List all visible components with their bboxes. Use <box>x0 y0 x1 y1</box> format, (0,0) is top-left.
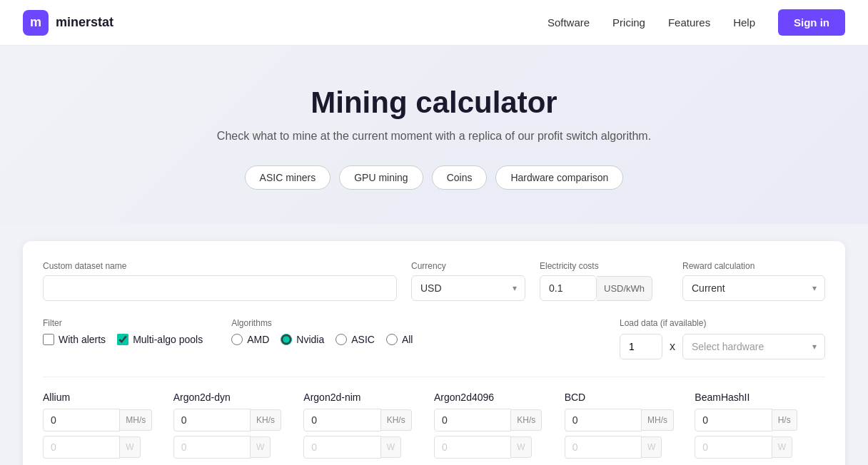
algo-hashrate-input-beamhashii[interactable] <box>695 409 772 431</box>
tab-hardware-comparison[interactable]: Hardware comparison <box>495 165 623 190</box>
reward-field: Reward calculation Current Average 24h A… <box>682 261 825 301</box>
nav-link-pricing[interactable]: Pricing <box>612 16 645 29</box>
algo-watt-unit-bcd: W <box>642 436 662 458</box>
algo-unit-beamhashii: H/s <box>772 409 797 431</box>
algo-unit-bcd: MH/s <box>642 409 674 431</box>
radio-amd[interactable] <box>231 334 243 345</box>
algo-name-argon2d-dyn: Argon2d-dyn <box>173 392 293 403</box>
nav-link-software[interactable]: Software <box>547 16 590 29</box>
algo-unit-allium: MH/s <box>120 409 152 431</box>
electricity-input-group: USD/kWh <box>540 275 668 301</box>
with-alerts-text: With alerts <box>59 334 106 345</box>
radio-all[interactable] <box>386 334 398 345</box>
multiply-sign: x <box>670 340 675 353</box>
algo-unit-argon2d4096: KH/s <box>511 409 542 431</box>
algo-unit-argon2d-nim: KH/s <box>381 409 412 431</box>
tab-gpu-mining[interactable]: GPU mining <box>339 165 423 190</box>
calculator-card: Custom dataset name Currency USD EUR BTC… <box>23 241 845 465</box>
algo-hashrate-bcd: MH/s <box>565 409 684 431</box>
algo-hashrate-allium: MH/s <box>43 409 162 431</box>
multi-algo-label[interactable]: Multi-algo pools <box>117 334 203 345</box>
algo-watt-input-bcd[interactable] <box>565 436 642 459</box>
electricity-label: Electricity costs <box>540 261 668 271</box>
algo-watt-input-allium[interactable] <box>43 436 120 459</box>
algo-hashrate-argon2d-dyn: KH/s <box>173 409 293 431</box>
currency-select[interactable]: USD EUR BTC ETH <box>411 275 525 301</box>
radio-all-label[interactable]: All <box>386 334 413 345</box>
algo-watt-unit-argon2d-dyn: W <box>251 436 271 458</box>
load-data-label: Load data (if available) <box>620 318 825 328</box>
navbar-links: Software Pricing Features Help Sign in <box>547 9 845 36</box>
electricity-unit: USD/kWh <box>597 276 652 301</box>
algo-filter-controls: AMD Nvidia ASIC All <box>231 334 413 345</box>
algo-cell-bcd: BCD MH/s W <box>565 392 695 465</box>
tab-asic-miners[interactable]: ASIC miners <box>245 165 331 190</box>
dataset-input[interactable] <box>43 275 397 301</box>
algo-watt-input-argon2d-dyn[interactable] <box>173 436 251 459</box>
algo-watt-unit-argon2d4096: W <box>511 436 531 458</box>
nav-link-help[interactable]: Help <box>733 16 755 29</box>
logo-icon: m <box>23 10 49 36</box>
algo-hashrate-input-argon2d-dyn[interactable] <box>173 409 251 431</box>
multi-algo-text: Multi-algo pools <box>133 334 203 345</box>
dataset-field: Custom dataset name <box>43 261 397 301</box>
reward-select[interactable]: Current Average 24h Average 7d <box>682 275 825 301</box>
algo-watt-unit-beamhashii: W <box>772 436 792 458</box>
algo-cell-argon2d-dyn: Argon2d-dyn KH/s W <box>173 392 304 465</box>
algo-watt-input-argon2d4096[interactable] <box>434 436 511 459</box>
with-alerts-checkbox[interactable] <box>43 334 54 345</box>
radio-amd-label[interactable]: AMD <box>231 334 269 345</box>
algo-watt-beamhashii: W <box>695 436 814 459</box>
filter-section: Filter With alerts Multi-algo pools <box>43 318 203 345</box>
hardware-select[interactable]: Select hardware <box>682 334 825 359</box>
algo-name-allium: Allium <box>43 392 162 403</box>
algorithms-section: Algorithms AMD Nvidia ASIC <box>231 318 413 345</box>
navbar-brand: m minerstat <box>23 10 113 36</box>
filter-row: Filter With alerts Multi-algo pools Algo… <box>43 318 825 359</box>
algo-watt-argon2d-nim: W <box>303 436 423 459</box>
algo-watt-bcd: W <box>565 436 684 459</box>
filter-controls: With alerts Multi-algo pools <box>43 334 203 345</box>
multi-algo-checkbox[interactable] <box>117 334 128 345</box>
radio-asic-label[interactable]: ASIC <box>335 334 375 345</box>
signin-button[interactable]: Sign in <box>778 9 845 36</box>
page-title: Mining calculator <box>23 86 845 120</box>
algo-hashrate-beamhashii: H/s <box>695 409 814 431</box>
reward-select-wrapper: Current Average 24h Average 7d <box>682 275 825 301</box>
currency-label: Currency <box>411 261 525 271</box>
electricity-field: Electricity costs USD/kWh <box>540 261 668 301</box>
radio-nvidia-label[interactable]: Nvidia <box>281 334 324 345</box>
radio-nvidia[interactable] <box>281 334 292 345</box>
load-data-section: Load data (if available) x Select hardwa… <box>620 318 825 359</box>
algo-hashrate-argon2d-nim: KH/s <box>303 409 423 431</box>
tab-coins[interactable]: Coins <box>432 165 488 190</box>
algo-watt-input-beamhashii[interactable] <box>695 436 772 459</box>
main-content: Custom dataset name Currency USD EUR BTC… <box>0 224 868 465</box>
currency-field: Currency USD EUR BTC ETH <box>411 261 525 301</box>
algo-cell-argon2d-nim: Argon2d-nim KH/s W <box>303 392 434 465</box>
algo-hashrate-input-bcd[interactable] <box>565 409 642 431</box>
radio-asic[interactable] <box>335 334 347 345</box>
filter-label: Filter <box>43 318 203 328</box>
nav-link-features[interactable]: Features <box>668 16 710 29</box>
reward-label: Reward calculation <box>682 261 825 271</box>
electricity-input[interactable] <box>540 275 597 301</box>
load-data-controls: x Select hardware <box>620 334 825 359</box>
algo-watt-unit-allium: W <box>120 436 140 458</box>
algo-name-argon2d4096: Argon2d4096 <box>434 392 553 403</box>
algo-watt-input-argon2d-nim[interactable] <box>303 436 380 459</box>
load-data-quantity[interactable] <box>620 334 662 359</box>
algo-watt-argon2d4096: W <box>434 436 553 459</box>
navbar: m minerstat Software Pricing Features He… <box>0 0 868 46</box>
hero-section: Mining calculator Check what to mine at … <box>0 46 868 224</box>
radio-all-text: All <box>402 334 413 345</box>
logo-text: minerstat <box>56 15 113 30</box>
hero-tabs: ASIC miners GPU mining Coins Hardware co… <box>23 165 845 190</box>
algo-hashrate-input-argon2d-nim[interactable] <box>303 409 380 431</box>
algo-watt-allium: W <box>43 436 162 459</box>
algo-hashrate-input-allium[interactable] <box>43 409 120 431</box>
with-alerts-label[interactable]: With alerts <box>43 334 106 345</box>
algorithms-label: Algorithms <box>231 318 413 328</box>
algo-hashrate-input-argon2d4096[interactable] <box>434 409 511 431</box>
algo-grid: Allium MH/s W Argon2d-dyn KH/s <box>43 377 825 465</box>
